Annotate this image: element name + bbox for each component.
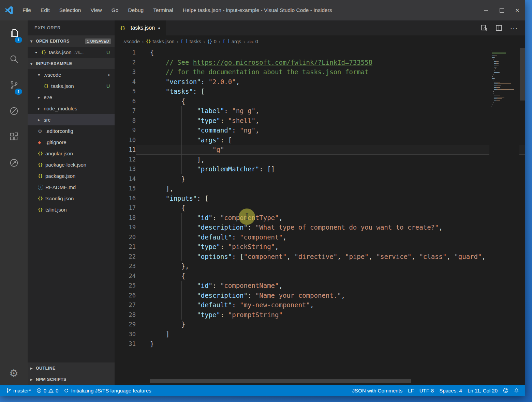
line-number: 23 (115, 261, 136, 271)
horizontal-scrollbar-thumb[interactable] (150, 379, 411, 383)
code-line-12[interactable]: 12], (115, 155, 525, 165)
code-line-15[interactable]: 15], (115, 184, 525, 194)
tree-item-package.json[interactable]: {}package.json (28, 170, 115, 182)
tree-item-tslint.json[interactable]: {}tslint.json (28, 204, 115, 215)
code-line-28[interactable]: 28"type": "promptString" (115, 310, 525, 320)
code-line-16[interactable]: 16"inputs": [ (115, 194, 525, 203)
code-line-18[interactable]: 18"id": "componentType", (115, 213, 525, 223)
more-actions-icon[interactable]: ··· (508, 24, 520, 32)
close-button[interactable]: × (509, 0, 525, 20)
tree-item-node_modules[interactable]: ▸node_modules (28, 103, 115, 114)
vertical-scrollbar-thumb[interactable] (520, 48, 525, 100)
tree-item-tasks.json[interactable]: {}tasks.jsonU (28, 80, 115, 92)
plugin-circle-icon[interactable] (0, 150, 28, 176)
code-line-4[interactable]: 4"version": "2.0.0", (115, 77, 525, 87)
minimap[interactable] (489, 48, 519, 385)
npm-scripts-header[interactable]: ▸ NPM SCRIPTS (28, 374, 115, 385)
language-mode[interactable]: JSON with Comments (350, 385, 405, 396)
code-line-1[interactable]: 1{ (115, 48, 525, 58)
code-line-6[interactable]: 6{ (115, 96, 525, 106)
code-line-11[interactable]: 11"g" (115, 145, 525, 155)
git-branch-status[interactable]: master* (3, 385, 34, 396)
debug-disabled-icon[interactable] (0, 98, 28, 124)
breadcrumb-item-args[interactable]: [ ]args (223, 39, 241, 44)
tree-item-src[interactable]: ▸src (28, 114, 115, 125)
code-line-29[interactable]: 29} (115, 320, 525, 329)
code-line-13[interactable]: 13"problemMatcher": [] (115, 164, 525, 174)
code-line-7[interactable]: 7"label": "ng g", (115, 106, 525, 116)
open-editor-item[interactable]: ●{}tasks.json.vs...U (28, 47, 115, 58)
code-line-5[interactable]: 5"tasks": [ (115, 87, 525, 96)
code-line-3[interactable]: 3// for the documentation about the task… (115, 67, 525, 77)
feedback-smiley-icon[interactable] (500, 385, 511, 396)
tree-item-README.md[interactable]: iREADME.md (28, 182, 115, 193)
language-features-status[interactable]: Initializing JS/TS language features (61, 385, 154, 396)
minimize-button[interactable] (478, 0, 494, 20)
menu-selection[interactable]: Selection (55, 7, 86, 13)
tree-item-package-lock.json[interactable]: {}package-lock.json (28, 159, 115, 170)
split-editor-icon[interactable] (493, 24, 505, 32)
code-line-8[interactable]: 8"type": "shell", (115, 116, 525, 126)
project-header[interactable]: ▾ INPUT-EXAMPLE (28, 58, 115, 69)
tab-tasks-json[interactable]: {} tasks.json ● (115, 20, 166, 35)
code-line-21[interactable]: 21"type": "pickString", (115, 242, 525, 252)
sidebar-title: EXPLORER (28, 20, 115, 35)
file-icon-json: {} (38, 207, 45, 212)
tree-item-gitignore[interactable]: ◆.gitignore (28, 137, 115, 148)
search-icon[interactable] (0, 46, 28, 72)
line-number: 3 (115, 67, 136, 77)
maximize-button[interactable] (494, 0, 509, 20)
breadcrumb-item-tasks[interactable]: [ ]tasks (181, 39, 201, 44)
encoding[interactable]: UTF-8 (417, 385, 437, 396)
source-control-icon[interactable]: 1 (0, 72, 28, 98)
vscode-logo-icon (0, 5, 18, 15)
dirty-indicator-icon[interactable]: ● (158, 26, 160, 30)
menu-edit[interactable]: Edit (36, 7, 55, 13)
code-line-25[interactable]: 25"id": "componentName", (115, 281, 525, 291)
code-line-22[interactable]: 22"options": ["component", "directive", … (115, 252, 525, 262)
indentation[interactable]: Spaces: 4 (437, 385, 465, 396)
code-line-31[interactable]: 31} (115, 339, 525, 349)
breadcrumb-label: args (232, 39, 241, 44)
notifications-bell-icon[interactable] (511, 385, 522, 396)
settings-gear-icon[interactable]: ⚙ (0, 361, 28, 385)
tree-item-vscode[interactable]: ▾.vscode● (28, 69, 115, 80)
code-line-26[interactable]: 26"description": "Name your component.", (115, 291, 525, 300)
explorer-icon[interactable]: 1 (0, 20, 28, 46)
cursor-position[interactable]: Ln 11, Col 20 (465, 385, 500, 396)
tree-item-angular.json[interactable]: {}angular.json (28, 148, 115, 159)
tree-item-tsconfig.json[interactable]: {}tsconfig.json (28, 193, 115, 204)
menu-debug[interactable]: Debug (123, 7, 148, 13)
code-line-10[interactable]: 10"args": [ (115, 135, 525, 145)
menu-go[interactable]: Go (107, 7, 123, 13)
breadcrumb-item-0[interactable]: {}0 (207, 39, 217, 44)
open-editors-header[interactable]: ▾ OPEN EDITORS 1 UNSAVED (28, 35, 115, 47)
code-line-17[interactable]: 17{ (115, 203, 525, 213)
extensions-icon[interactable] (0, 124, 28, 150)
code-line-20[interactable]: 20"default": "component", (115, 232, 525, 242)
menu-view[interactable]: View (86, 7, 106, 13)
code-line-9[interactable]: 9"command": "ng", (115, 125, 525, 135)
menu-terminal[interactable]: Terminal (148, 7, 178, 13)
menu-file[interactable]: File (18, 7, 36, 13)
code-line-23[interactable]: 23}, (115, 261, 525, 271)
chevron-right-icon: ▸ (38, 117, 44, 122)
eol[interactable]: LF (405, 385, 417, 396)
breadcrumb-item-tasks.json[interactable]: {}tasks.json (146, 39, 174, 44)
vertical-scrollbar[interactable] (519, 48, 525, 385)
problems-status[interactable]: 0 0 (34, 385, 61, 396)
title-bar: FileEditSelectionViewGoDebugTerminalHelp… (0, 0, 525, 20)
code-line-19[interactable]: 19"description": "What type of component… (115, 222, 525, 232)
outline-header[interactable]: ▸ OUTLINE (28, 362, 115, 374)
code-line-2[interactable]: 2// See https://go.microsoft.com/fwlink/… (115, 58, 525, 67)
code-line-30[interactable]: 30] (115, 329, 525, 339)
tree-item-editorconfig[interactable]: ⚙.editorconfig (28, 125, 115, 137)
code-line-14[interactable]: 14} (115, 174, 525, 184)
breadcrumb-item-0[interactable]: abc0 (248, 39, 258, 44)
code-line-24[interactable]: 24{ (115, 271, 525, 281)
tree-item-e2e[interactable]: ▸e2e (28, 92, 115, 103)
code-editor[interactable]: 1{2// See https://go.microsoft.com/fwlin… (115, 48, 525, 385)
open-changes-icon[interactable] (478, 24, 490, 32)
code-line-27[interactable]: 27"default": "my-new-component", (115, 300, 525, 310)
breadcrumb-item-vscode[interactable]: .vscode (123, 39, 140, 44)
